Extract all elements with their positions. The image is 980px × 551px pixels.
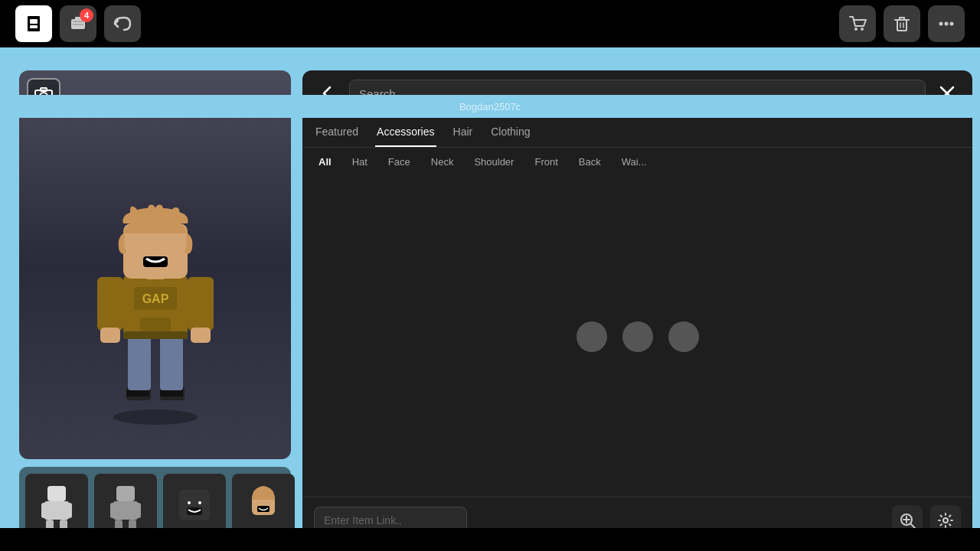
svg-rect-52 [110,503,118,518]
username-bar: Bogdan2507c [0,95,980,118]
tab-clothing[interactable]: Clothing [489,117,531,147]
subtab-face[interactable]: Face [384,154,415,170]
svg-rect-47 [64,503,72,518]
svg-point-9 [861,28,864,31]
svg-rect-46 [41,503,49,518]
svg-rect-2 [30,19,38,24]
svg-rect-35 [140,318,171,331]
top-bar: 4 [0,0,980,47]
svg-point-23 [113,409,198,425]
subtab-shoulder[interactable]: Shoulder [469,154,518,170]
more-icon [936,13,957,34]
notification-badge: 4 [80,8,93,22]
shop-panel: Search.. Featured Accessories Hair Cloth… [302,70,972,543]
subtab-neck[interactable]: Neck [426,154,459,170]
category-tabs: Featured Accessories Hair Clothing [302,117,972,148]
loading-dot-1 [577,321,607,352]
svg-rect-43 [123,331,188,339]
loading-indicator [577,321,699,352]
svg-rect-7 [73,24,83,25]
top-bar-left: 4 [15,5,141,42]
svg-point-18 [945,22,949,26]
thumbnail-item-2[interactable] [94,474,157,536]
svg-rect-36 [97,277,123,331]
tab-hair[interactable]: Hair [452,117,475,147]
top-bar-right [839,5,965,42]
character-viewport: GAP [19,70,291,459]
subtab-back[interactable]: Back [574,154,606,170]
undo-button[interactable] [104,5,141,42]
svg-rect-3 [30,25,38,28]
cart-button[interactable] [839,5,876,42]
username-text: Bogdan2507c [459,101,521,112]
svg-rect-37 [188,277,214,331]
svg-point-58 [188,501,191,504]
undo-icon [112,13,133,34]
catalog-content [302,176,972,497]
svg-point-19 [950,22,954,26]
subtab-hat[interactable]: Hat [348,154,372,170]
svg-rect-53 [133,503,141,518]
loading-dot-2 [622,321,653,352]
svg-rect-10 [897,20,906,31]
thumbnail-item-3[interactable] [163,474,226,536]
svg-rect-29 [160,333,183,390]
subtab-waist[interactable]: Wai... [617,154,652,170]
tab-accessories[interactable]: Accessories [375,117,436,147]
svg-point-66 [943,518,948,523]
delete-button[interactable] [884,5,920,42]
loading-dot-3 [668,321,699,352]
svg-rect-39 [191,328,211,343]
subtab-all[interactable]: All [314,154,336,170]
character-figure: GAP [79,191,232,429]
svg-rect-38 [100,328,120,343]
settings-icon [937,512,954,529]
main-content: Bogdan2507c [0,47,980,551]
svg-rect-44 [47,486,66,501]
thumbnail-item-4[interactable] [232,474,295,536]
bottom-bar [0,528,980,551]
roblox-icon [21,11,46,36]
zoom-in-icon [899,512,916,529]
svg-rect-28 [128,333,151,390]
svg-point-8 [854,28,858,31]
svg-rect-56 [179,490,210,520]
tab-featured[interactable]: Featured [314,117,360,147]
svg-rect-26 [126,390,149,396]
svg-rect-50 [116,486,135,501]
roblox-logo-button[interactable] [15,5,52,42]
cart-icon [847,13,868,34]
more-button[interactable] [928,5,965,42]
trash-icon [891,13,913,34]
left-panel: GAP [19,70,291,543]
svg-text:GAP: GAP [142,292,168,305]
thumbnail-item-1[interactable] [25,474,88,536]
svg-point-59 [198,501,201,504]
subtab-front[interactable]: Front [530,154,562,170]
svg-point-17 [939,22,943,26]
sub-category-tabs: All Hat Face Neck Shoulder Front Back Wa… [302,148,972,176]
svg-rect-27 [160,390,183,396]
item-link-placeholder: Enter Item Link.. [324,514,402,527]
notification-button[interactable]: 4 [60,5,96,42]
